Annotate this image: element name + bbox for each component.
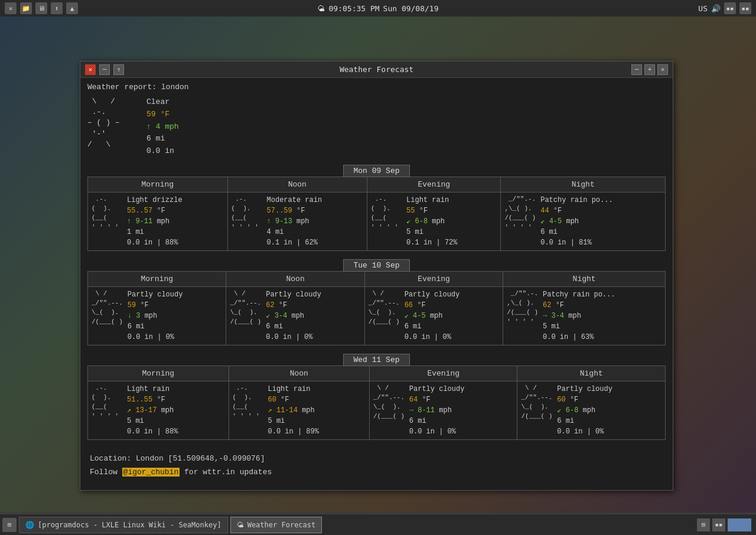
info-night-1: Patchy rain po... 44 °F ↙ 4-5 mph 6 mi 0… bbox=[540, 195, 612, 248]
app-icon-3[interactable]: 🖥 bbox=[35, 2, 47, 14]
temp-nt1: 44 °F bbox=[540, 205, 612, 216]
app-icon-1[interactable]: ✕ bbox=[5, 2, 17, 14]
art-night-1: _/"".-. ,\_( ). /(___( ) ' ' ' ' bbox=[504, 195, 536, 248]
tb-icon-2[interactable]: ▪▪ bbox=[712, 518, 725, 531]
day-label-2: Tue 10 Sep bbox=[343, 259, 409, 272]
wind-n3: ↗ 11-14 mph bbox=[268, 405, 319, 416]
tb-desktop[interactable] bbox=[728, 518, 751, 531]
twitter-link[interactable]: @igor_chubin bbox=[122, 468, 180, 477]
art-evening-1: .-. ( ). (__( ' ' ' ' bbox=[371, 195, 402, 248]
prec-m3: 0.0 in | 88% bbox=[127, 426, 178, 437]
art-line2: .-. bbox=[87, 107, 135, 118]
clock-time: 09:05:35 PM bbox=[328, 4, 379, 13]
cell-noon-2: \ / _/"".--. \_( ). /(___( ) Partly clou… bbox=[226, 286, 364, 345]
info-noon-3: Light rain 60 °F ↗ 11-14 mph 5 mi 0.0 in… bbox=[268, 384, 319, 437]
temp-nt3: 60 °F bbox=[557, 394, 612, 405]
taskbar-bottom: ⊞ 🌐 [programdocs - LXLE Linux Wiki - Sea… bbox=[0, 514, 756, 535]
tb-icon-1[interactable]: ⊞ bbox=[697, 518, 710, 531]
close-btn[interactable]: ✕ bbox=[657, 64, 668, 75]
cell-night-2: _/"".-. ,\_( ). /(___( ) ' ' ' ' Patchy … bbox=[503, 286, 666, 345]
art-line4: '-' bbox=[87, 129, 135, 139]
clock-icon: 🌤 bbox=[317, 4, 325, 13]
cell-evening-1: .-. ( ). (__( ' ' ' ' Light rain 55 °F ↙… bbox=[367, 192, 501, 250]
info-noon-1: Moderate rain 57..59 °F ↑ 9-13 mph 4 mi … bbox=[267, 195, 322, 248]
top-taskbar-icons: ✕ 📁 🖥 ⬆ ▲ bbox=[5, 2, 78, 14]
prec-e2: 0.0 in | 0% bbox=[405, 332, 460, 342]
app-icon-5[interactable]: ▲ bbox=[66, 2, 78, 14]
taskbar-seamonkey[interactable]: 🌐 [programdocs - LXLE Linux Wiki - SeaMo… bbox=[19, 517, 228, 533]
wind-n2: ↙ 3-4 mph bbox=[266, 311, 321, 321]
forecast-table-2: Morning Noon Evening Night \ / bbox=[87, 271, 666, 345]
minimize-btn[interactable]: ─ bbox=[631, 64, 642, 75]
wind-nt3: ↙ 6-8 mph bbox=[557, 405, 612, 416]
day-label-row-3: Wed 11 Sep bbox=[87, 354, 666, 366]
day-label-1: Mon 09 Sep bbox=[343, 165, 409, 177]
prec-nt3: 0.0 in | 0% bbox=[557, 426, 612, 437]
temp-nt2: 62 °F bbox=[543, 300, 615, 311]
temp-n1: 57..59 °F bbox=[267, 205, 322, 216]
wind-n1: ↑ 9-13 mph bbox=[267, 216, 322, 227]
prec-nt2: 0.0 in | 63% bbox=[543, 332, 615, 342]
cell-noon-3: .-. ( ). (__( ' ' ' ' Light rain 60 °F ↗… bbox=[229, 381, 370, 439]
cond-m3: Light rain bbox=[127, 384, 178, 394]
taskbar-top: ✕ 📁 🖥 ⬆ ▲ 🌤 09:05:35 PM Sun 09/08/19 US … bbox=[0, 0, 756, 17]
th-evening-1: Evening bbox=[367, 177, 501, 192]
cell-morning-1: .-. ( ). (__( ' ' ' ' Light drizzle 55..… bbox=[88, 192, 228, 250]
wind-e3: → 8-11 mph bbox=[409, 405, 465, 416]
network-icon[interactable]: ▪▪ bbox=[724, 2, 736, 14]
prec-n1: 0.1 in | 62% bbox=[267, 237, 322, 248]
window-content: Weather report: london \ / .-. – ( ) – '… bbox=[80, 78, 673, 490]
art-morning-1: .-. ( ). (__( ' ' ' ' bbox=[92, 195, 122, 248]
current-precip: 0.0 in bbox=[146, 145, 179, 158]
locale-label: US bbox=[698, 4, 708, 13]
temp-n3: 60 °F bbox=[268, 394, 319, 405]
follow-pre: Follow bbox=[90, 468, 122, 477]
prec-e1: 0.1 in | 72% bbox=[406, 237, 457, 248]
wind-nt2: → 3-4 mph bbox=[543, 311, 615, 321]
day-label-3: Wed 11 Sep bbox=[343, 354, 409, 366]
tray-icon-2[interactable]: ▪▪ bbox=[739, 2, 751, 14]
seamonkey-label: [programdocs - LXLE Linux Wiki - SeaMonk… bbox=[38, 521, 221, 529]
start-menu-icon[interactable]: ⊞ bbox=[2, 518, 17, 532]
vis-n2: 6 mi bbox=[266, 321, 321, 332]
follow-line: Follow @igor_chubin for wttr.in updates bbox=[90, 465, 663, 479]
vis-m2: 6 mi bbox=[128, 321, 183, 332]
cond-nt3: Partly cloudy bbox=[557, 384, 612, 394]
th-night-1: Night bbox=[501, 177, 666, 192]
app-icon-4[interactable]: ⬆ bbox=[51, 2, 63, 14]
info-night-3: Partly cloudy 60 °F ↙ 6-8 mph 6 mi 0.0 i… bbox=[557, 384, 612, 437]
art-night-3: \ / _/"".--. \_( ). /(___( ) bbox=[521, 384, 552, 437]
wind-e1: ↙ 6-8 mph bbox=[406, 216, 457, 227]
th-noon-2: Noon bbox=[226, 271, 364, 286]
cond-nt2: Patchy rain po... bbox=[543, 289, 615, 300]
window-icon-area: ✕ ─ ↑ bbox=[85, 64, 124, 75]
window-expand-btn[interactable]: ↑ bbox=[113, 64, 124, 75]
cell-night-3: \ / _/"".--. \_( ). /(___( ) Partly clou… bbox=[517, 381, 666, 439]
vis-n3: 5 mi bbox=[268, 416, 319, 426]
current-visibility: 6 mi bbox=[146, 133, 179, 145]
temp-m2: 59 °F bbox=[128, 300, 183, 311]
info-evening-1: Light rain 55 °F ↙ 6-8 mph 5 mi 0.1 in |… bbox=[406, 195, 457, 248]
window-controls: ─ + ✕ bbox=[631, 64, 668, 75]
cell-morning-3: .-. ( ). (__( ' ' ' ' Light rain 51..55 … bbox=[88, 381, 229, 439]
maximize-btn[interactable]: + bbox=[644, 64, 655, 75]
taskbar-weather[interactable]: 🌤 Weather Forecast bbox=[230, 517, 322, 533]
art-evening-3: \ / _/"".--. \_( ). /(___( ) bbox=[373, 384, 405, 437]
weather-icon: 🌤 bbox=[237, 521, 244, 529]
current-temp: 59 °F bbox=[146, 109, 179, 121]
window-pin-btn[interactable]: ─ bbox=[99, 64, 110, 75]
art-line3: – ( ) – bbox=[87, 118, 135, 128]
current-info: Clear 59 °F ↑ 4 mph 6 mi 0.0 in bbox=[146, 96, 179, 158]
art-morning-2: \ / _/"".--. \_( ). /(___( ) bbox=[92, 289, 123, 342]
cell-morning-2: \ / _/"".--. \_( ). /(___( ) Partly clou… bbox=[88, 286, 226, 345]
info-night-2: Patchy rain po... 62 °F → 3-4 mph 5 mi 0… bbox=[543, 289, 615, 342]
forecast-day-2: Tue 10 Sep Morning Noon Evening Night bbox=[87, 259, 666, 345]
vis-nt2: 5 mi bbox=[543, 321, 615, 332]
weather-taskbar-label: Weather Forecast bbox=[247, 521, 316, 529]
taskbar-right: ⊞ ▪▪ bbox=[697, 518, 751, 531]
temp-e1: 55 °F bbox=[406, 205, 457, 216]
app-icon-2[interactable]: 📁 bbox=[20, 2, 32, 14]
wind-nt1: ↙ 4-5 mph bbox=[540, 216, 612, 227]
art-morning-3: .-. ( ). (__( ' ' ' ' bbox=[92, 384, 122, 437]
art-line5: / \ bbox=[87, 139, 135, 150]
